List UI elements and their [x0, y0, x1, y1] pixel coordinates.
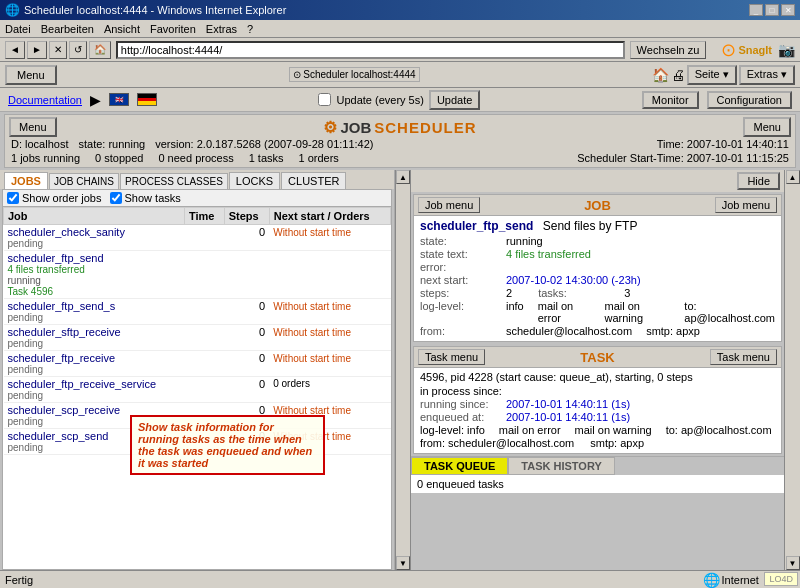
job-name-ftp-receive[interactable]: scheduler_ftp_receive	[8, 352, 181, 364]
menu-help[interactable]: ?	[247, 23, 253, 35]
home-button[interactable]: 🏠	[89, 41, 111, 59]
job-time-ftp-send-s	[184, 299, 224, 325]
task-menu-btn-left[interactable]: Task menu	[418, 349, 485, 365]
job-time-check-sanity	[184, 225, 224, 251]
refresh-button[interactable]: ↺	[69, 41, 87, 59]
job-task-ftp-send[interactable]: Task 4596	[8, 286, 181, 297]
tasks-count: 1 tasks	[249, 152, 284, 164]
sched-menu-right[interactable]: Menu	[743, 117, 791, 137]
hide-button[interactable]: Hide	[737, 172, 780, 190]
job-next-ftp-receive: Without start time	[273, 353, 351, 364]
next-start-value: 2007-10-02 14:30:00 (-23h)	[506, 274, 641, 286]
tab-job-chains[interactable]: JOB CHAINS	[49, 173, 119, 189]
menu-favoriten[interactable]: Favoriten	[150, 23, 196, 35]
task-log-level: log-level: info	[420, 424, 485, 436]
job-steps-ftp-receive-svc: 0	[224, 377, 269, 403]
job-name-sftp-receive[interactable]: scheduler_sftp_receive	[8, 326, 181, 338]
home-icon: 🏠	[652, 67, 669, 83]
job-time-ftp-receive-svc	[184, 377, 224, 403]
job-state-ftp-send: running	[8, 275, 181, 286]
tab-process-classes[interactable]: PROCESS CLASSES	[120, 173, 228, 189]
tab-jobs[interactable]: JOBS	[4, 172, 48, 189]
address-input[interactable]	[116, 41, 625, 59]
extras-btn[interactable]: Extras ▾	[739, 65, 795, 85]
job-status-ftp-receive: pending	[8, 364, 181, 375]
config-button[interactable]: Configuration	[707, 91, 792, 109]
show-tasks-label[interactable]: Show tasks	[110, 192, 181, 204]
job-name-check-sanity[interactable]: scheduler_check_sanity	[8, 226, 181, 238]
tab-locks[interactable]: LOCKS	[229, 172, 280, 189]
job-detail-name[interactable]: scheduler_ftp_send	[420, 219, 533, 233]
status-ready: Fertig	[5, 574, 33, 586]
show-order-jobs-label[interactable]: Show order jobs	[7, 192, 102, 204]
watermark: LO4D	[764, 572, 798, 586]
tab-task-history[interactable]: TASK HISTORY	[508, 457, 614, 475]
job-next-ftp-receive-svc: 0 orders	[269, 377, 390, 403]
job-name-ftp-receive-svc[interactable]: scheduler_ftp_receive_service	[8, 378, 181, 390]
state-value: running	[108, 138, 145, 150]
task-desc: 4596, pid 4228 (start cause: queue_at), …	[420, 371, 775, 383]
time-label: Time:	[657, 138, 684, 150]
menu-bearbeiten[interactable]: Bearbeiten	[41, 23, 94, 35]
tasks-label-right: tasks:	[538, 287, 618, 299]
right-scrollbar[interactable]: ▲ ▼	[784, 170, 800, 570]
annotation-box: Show task information for running tasks …	[130, 415, 325, 475]
show-order-jobs-checkbox[interactable]	[7, 192, 19, 204]
scheduler-tab[interactable]: ⊙ Scheduler localhost:4444	[289, 67, 420, 82]
stop-button[interactable]: ✕	[49, 41, 67, 59]
task-smtp: smtp: apxp	[590, 437, 644, 449]
task-menu-btn-right[interactable]: Task menu	[710, 349, 777, 365]
maximize-button[interactable]: □	[765, 4, 779, 16]
table-row: scheduler_ftp_send_s pending 0 Without s…	[4, 299, 391, 325]
tab-task-queue[interactable]: TASK QUEUE	[411, 457, 508, 475]
update-label: Update (every 5s)	[336, 94, 423, 106]
job-time-ftp-send	[184, 251, 224, 299]
scroll-up-arrow[interactable]: ▲	[396, 170, 410, 184]
job-menu-btn-right[interactable]: Job menu	[715, 197, 777, 213]
sched-menu-left[interactable]: Menu	[9, 117, 57, 137]
right-scroll-up[interactable]: ▲	[786, 170, 800, 184]
scroll-down-arrow[interactable]: ▼	[396, 556, 410, 570]
steps-value: 2	[506, 287, 512, 299]
error-label: error:	[420, 261, 500, 273]
show-tasks-checkbox[interactable]	[110, 192, 122, 204]
job-status-ftp-send: 4 files transferred	[8, 264, 181, 275]
forward-button[interactable]: ►	[27, 41, 47, 59]
menu-ansicht[interactable]: Ansicht	[104, 23, 140, 35]
minimize-button[interactable]: _	[749, 4, 763, 16]
print-icon: 🖨	[671, 67, 685, 83]
job-steps-ftp-send-s: 0	[224, 299, 269, 325]
start-time-value: 2007-10-01 11:15:25	[687, 152, 789, 164]
job-menu-btn-left[interactable]: Job menu	[418, 197, 480, 213]
doc-link[interactable]: Documentation	[8, 94, 82, 106]
job-next-sftp-receive: Without start time	[273, 327, 351, 338]
update-button[interactable]: Update	[429, 90, 480, 110]
table-row: scheduler_ftp_send 4 files transferred r…	[4, 251, 391, 299]
job-time-sftp-receive	[184, 325, 224, 351]
flag-de[interactable]	[137, 93, 157, 106]
queue-count: 0 enqueued tasks	[417, 478, 504, 490]
monitor-button[interactable]: Monitor	[642, 91, 699, 109]
seite-btn[interactable]: Seite ▾	[687, 65, 737, 85]
right-scroll-down[interactable]: ▼	[786, 556, 800, 570]
left-scrollbar[interactable]: ▲ ▼	[395, 170, 411, 570]
version-label: version:	[155, 138, 194, 150]
update-checkbox[interactable]	[318, 93, 331, 106]
back-button[interactable]: ◄	[5, 41, 25, 59]
go-button[interactable]: Wechseln zu	[630, 41, 707, 59]
close-button[interactable]: ✕	[781, 4, 795, 16]
table-row: scheduler_sftp_receive pending 0 Without…	[4, 325, 391, 351]
menu-datei[interactable]: Datei	[5, 23, 31, 35]
task-from: from: scheduler@localhost.com	[420, 437, 574, 449]
start-time-label: Scheduler Start-Time:	[577, 152, 684, 164]
job-name-ftp-send[interactable]: scheduler_ftp_send	[8, 252, 181, 264]
toolbar-menu-left[interactable]: Menu	[5, 65, 57, 85]
col-steps: Steps	[224, 208, 269, 225]
job-name-ftp-send-s[interactable]: scheduler_ftp_send_s	[8, 300, 181, 312]
job-next-ftp-send	[269, 251, 390, 299]
tab-cluster[interactable]: CLUSTER	[281, 172, 346, 189]
steps-label: steps:	[420, 287, 500, 299]
job-steps-ftp-receive: 0	[224, 351, 269, 377]
menu-extras[interactable]: Extras	[206, 23, 237, 35]
flag-uk[interactable]: 🇬🇧	[109, 93, 129, 106]
